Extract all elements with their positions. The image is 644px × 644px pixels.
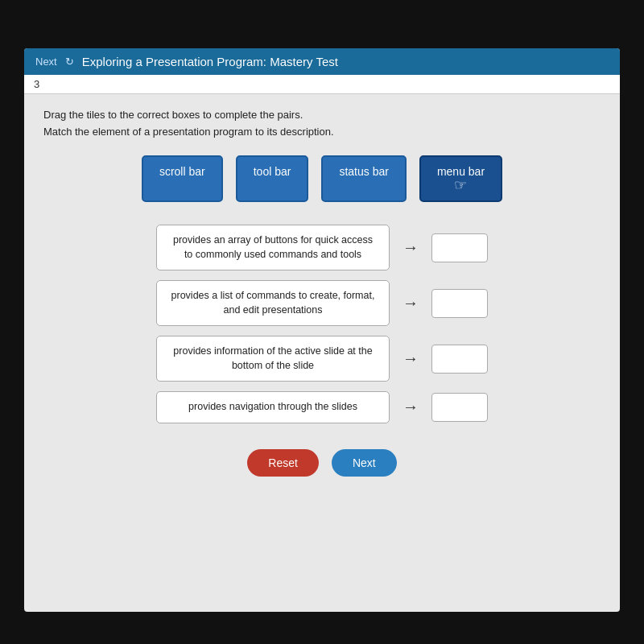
tile-status-bar[interactable]: status bar	[321, 155, 406, 202]
description-3: provides information of the active slide…	[156, 336, 390, 382]
screen: Next ↻ Exploring a Presentation Program:…	[24, 48, 620, 612]
drop-box-4[interactable]	[431, 393, 488, 422]
tiles-area: scroll bar tool bar status bar menu bar …	[43, 155, 601, 202]
arrow-2: →	[402, 294, 419, 312]
drop-box-3[interactable]	[431, 345, 488, 374]
header-bar: Next ↻ Exploring a Presentation Program:…	[24, 48, 620, 75]
arrow-4: →	[402, 398, 419, 416]
pairs-area: provides an array of buttons for quick a…	[43, 225, 601, 423]
buttons-area: Reset Next	[43, 449, 601, 477]
description-1: provides an array of buttons for quick a…	[156, 225, 390, 270]
drop-box-2[interactable]	[431, 289, 488, 318]
refresh-icon[interactable]: ↻	[65, 56, 74, 68]
header-title: Exploring a Presentation Program: Master…	[82, 55, 338, 68]
reset-button[interactable]: Reset	[247, 449, 319, 477]
pair-row-4: provides navigation through the slides →	[156, 391, 488, 423]
instruction-line1: Drag the tiles to the correct boxes to c…	[43, 109, 601, 121]
question-number: 3	[24, 75, 620, 94]
description-4: provides navigation through the slides	[156, 391, 390, 423]
content-area: Drag the tiles to the correct boxes to c…	[24, 94, 620, 491]
tile-menu-bar[interactable]: menu bar ☞	[419, 155, 502, 202]
header-next-label: Next	[35, 56, 57, 68]
pair-row-1: provides an array of buttons for quick a…	[156, 225, 488, 270]
pair-row-2: provides a list of commands to create, f…	[156, 280, 488, 326]
instruction-line2: Match the element of a presentation prog…	[43, 126, 601, 138]
arrow-3: →	[402, 349, 419, 368]
description-2: provides a list of commands to create, f…	[156, 280, 390, 326]
next-button[interactable]: Next	[332, 449, 397, 477]
arrow-1: →	[402, 238, 419, 257]
drop-box-1[interactable]	[431, 233, 488, 262]
tile-scroll-bar[interactable]: scroll bar	[142, 155, 223, 202]
pair-row-3: provides information of the active slide…	[156, 336, 488, 382]
tile-tool-bar[interactable]: tool bar	[236, 155, 309, 202]
